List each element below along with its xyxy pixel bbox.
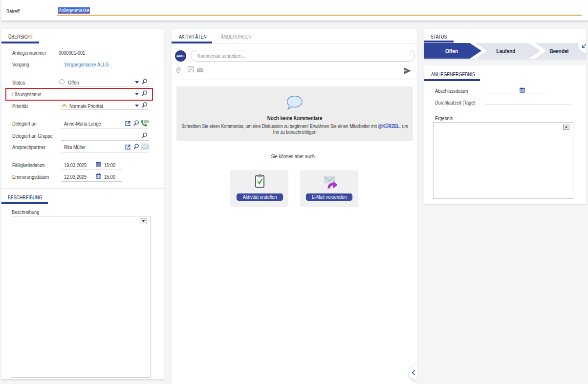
svg-text:Offen: Offen	[445, 47, 458, 54]
svg-text:Laufend: Laufend	[497, 47, 516, 54]
svg-text:Beendet: Beendet	[549, 47, 569, 54]
